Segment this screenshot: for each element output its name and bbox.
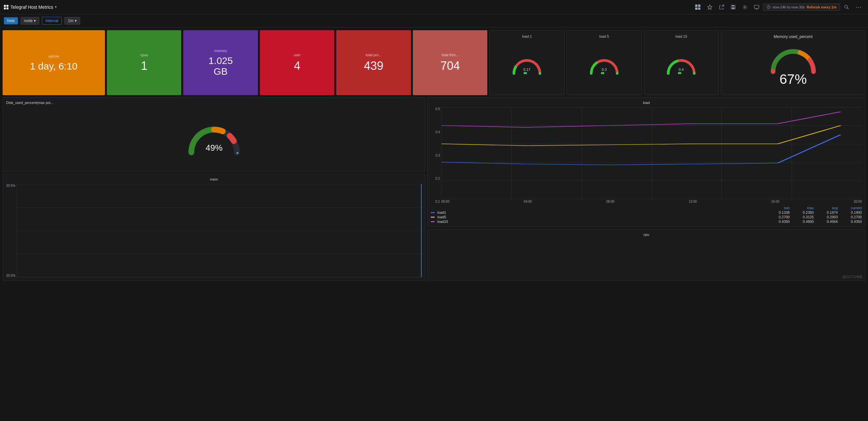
memory-value: 1.025GB <box>209 55 233 77</box>
svg-marker-6 <box>708 5 712 9</box>
svg-text:0.4: 0.4 <box>679 67 684 71</box>
svg-point-24 <box>237 152 239 154</box>
mem-chart-area: 20.5% 20.0% <box>6 184 422 277</box>
mem-chart-plot <box>17 184 422 277</box>
tv-button[interactable] <box>751 3 762 12</box>
bottom-row: Disk_used_percent(max poi... 49% <box>3 97 865 281</box>
load-chart-plot <box>441 107 862 199</box>
legend-header-row: min max avg current <box>431 206 862 210</box>
title-dropdown-arrow[interactable]: ▾ <box>55 5 57 9</box>
total-pro-value: 439 <box>364 59 383 72</box>
load1-title: load 1 <box>522 34 532 38</box>
load15-card: load 15 0.4 <box>644 30 719 95</box>
legend-load15: load15 0.4350 0.4800 0.4564 0.4350 <box>431 219 862 223</box>
load15-gauge: 0.4 <box>665 41 698 91</box>
add-panel-button[interactable] <box>692 2 703 12</box>
share-button[interactable] <box>716 3 727 12</box>
load-chart-area: 0.5 0.4 0.3 0.2 0.1 <box>431 107 862 203</box>
load15-swatch <box>431 221 435 222</box>
legend-avg-header: avg <box>815 206 838 210</box>
load1-gauge: 0.17 <box>511 41 543 91</box>
cpus-title: cpus <box>140 53 148 57</box>
logo-icon <box>4 5 8 9</box>
stats-row: uptime 1 day, 6:10 cpus 1 memory 1.025GB… <box>3 30 865 95</box>
legend-min-header: min <box>767 206 790 210</box>
svg-text:0.3: 0.3 <box>601 67 607 71</box>
uptime-card: uptime 1 day, 6:10 <box>3 30 105 95</box>
search-button[interactable] <box>841 3 852 12</box>
svg-text:49%: 49% <box>206 143 222 153</box>
cpus-value: 1 <box>141 59 148 72</box>
host-filter[interactable]: host <box>4 17 18 24</box>
load1-card: load 1 0.17 <box>489 30 565 95</box>
memory-card: memory 1.025GB <box>183 30 258 95</box>
app-logo[interactable]: Telegraf Host Metrics ▾ <box>4 4 57 10</box>
save-button[interactable] <box>728 3 738 12</box>
star-button[interactable] <box>705 3 715 12</box>
cpu-panel-title: cpu <box>431 233 862 237</box>
svg-rect-17 <box>524 72 527 74</box>
time-range-text: now-24h to now-30s <box>773 5 805 9</box>
load15-title: load 15 <box>675 34 687 38</box>
svg-text:0.17: 0.17 <box>524 67 530 71</box>
memory-pct-gauge-svg <box>767 46 819 75</box>
load-y-axis: 0.5 0.4 0.3 0.2 0.1 <box>431 107 441 203</box>
svg-rect-19 <box>601 72 604 74</box>
load5-swatch <box>431 217 435 218</box>
load5-gauge-svg: 0.3 <box>588 57 620 75</box>
time-range-pill[interactable]: now-24h to now-30s Refresh every 1m <box>763 4 840 11</box>
svg-rect-0 <box>695 4 698 7</box>
load-panel: load 0.5 0.4 0.3 0.2 0.1 <box>427 97 865 227</box>
total-pro-card: total pro... 439 <box>336 30 411 95</box>
uptime-title: uptime <box>49 54 59 58</box>
svg-point-10 <box>744 6 746 8</box>
right-col: load 0.5 0.4 0.3 0.2 0.1 <box>427 97 865 281</box>
more-button[interactable]: ⋯ <box>853 2 864 13</box>
load1-gauge-svg: 0.17 <box>511 57 543 75</box>
load1-swatch <box>431 212 435 213</box>
filter-bar: host node ▾ interval 1m ▾ <box>0 14 868 28</box>
load-chart-svg <box>441 107 862 199</box>
disk-panel-title: Disk_used_percent(max poi... <box>6 101 422 104</box>
mem-panel-title: mem <box>6 177 422 181</box>
user-title: user <box>294 53 301 57</box>
svg-line-16 <box>847 8 848 9</box>
load-panel-title: load <box>431 101 862 104</box>
main-content: uptime 1 day, 6:10 cpus 1 memory 1.025GB… <box>0 28 868 283</box>
load15-gauge-svg: 0.4 <box>665 57 698 75</box>
cpus-card: cpus 1 <box>107 30 182 95</box>
interval-filter-value[interactable]: 1m ▾ <box>64 17 80 25</box>
user-card: user 4 <box>260 30 335 95</box>
svg-point-15 <box>845 5 847 8</box>
svg-rect-21 <box>678 72 681 74</box>
svg-rect-2 <box>695 7 698 10</box>
total-thre-title: total thre... <box>442 53 459 57</box>
load5-card: load 5 0.3 <box>566 30 642 95</box>
load5-title: load 5 <box>599 34 609 38</box>
settings-button[interactable] <box>740 3 750 12</box>
top-nav: Telegraf Host Metrics ▾ <box>0 0 868 14</box>
memory-pct-value: 67% <box>780 71 807 87</box>
load-legend: min max avg current load1 0.1338 0.2383 … <box>431 206 862 223</box>
svg-rect-8 <box>732 5 734 6</box>
svg-rect-9 <box>732 7 735 9</box>
memory-title: memory <box>214 49 227 53</box>
legend-load5: load5 0.2700 0.3125 0.2903 0.2700 <box>431 215 862 219</box>
legend-max-header: max <box>791 206 814 210</box>
svg-rect-1 <box>698 4 701 7</box>
mem-panel: mem 20.5% 20.0% <box>3 174 425 281</box>
load5-gauge: 0.3 <box>588 41 620 91</box>
node-filter[interactable]: node ▾ <box>21 17 40 25</box>
app-title: Telegraf Host Metrics <box>10 4 53 10</box>
user-value: 4 <box>294 59 301 72</box>
total-thre-value: 704 <box>440 59 460 72</box>
legend-load1: load1 0.1338 0.2383 0.1874 0.1900 <box>431 210 862 214</box>
svg-rect-11 <box>754 5 759 8</box>
cpu-panel: cpu @51CTO博客 <box>427 229 865 281</box>
interval-filter-label[interactable]: interval <box>42 17 62 25</box>
watermark: @51CTO博客 <box>842 275 863 279</box>
memory-pct-title: Memory used_percent <box>774 34 812 39</box>
total-thre-card: total thre... 704 <box>413 30 488 95</box>
disk-gauge-svg: 49% <box>182 117 247 159</box>
legend-current-header: current <box>839 206 862 210</box>
